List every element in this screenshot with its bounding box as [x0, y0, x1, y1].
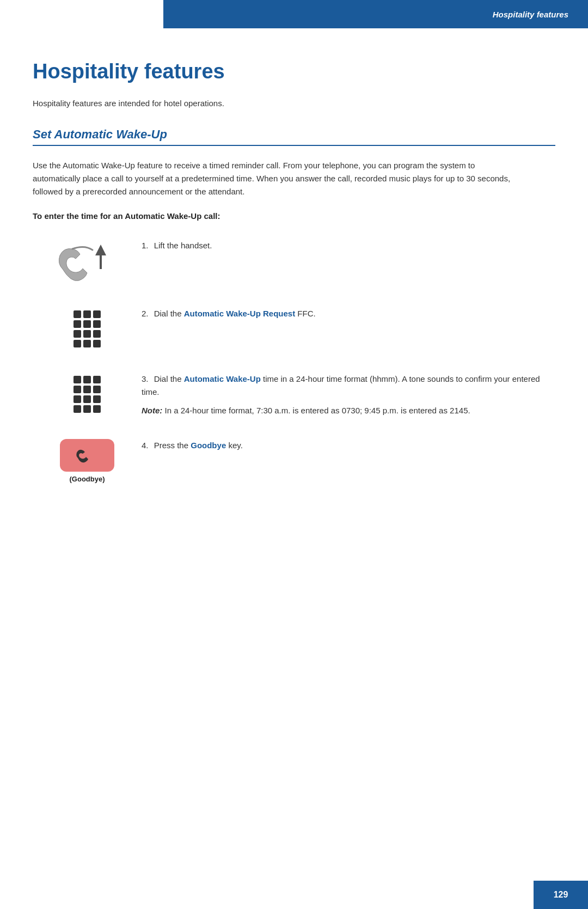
keypad-icon-2: [74, 310, 101, 347]
keypad-icon-3: [74, 376, 101, 413]
step-3-note: Note: In a 24-hour time format, 7:30 a.m…: [142, 404, 555, 417]
step-4-highlight: Goodbye: [191, 441, 226, 450]
page-number: 129: [554, 890, 568, 900]
bold-instruction: To enter the time for an Automatic Wake-…: [33, 211, 555, 221]
section-heading: Set Automatic Wake-Up: [33, 127, 555, 146]
step-2-number: 2.: [142, 309, 149, 318]
step-1-number: 1.: [142, 241, 149, 250]
note-label: Note:: [142, 406, 162, 415]
step-1-content: Lift the handset.: [154, 241, 212, 250]
step-4-text: 4. Press the Goodbye key.: [142, 437, 555, 452]
step-4-icon: (Goodbye): [33, 437, 142, 483]
intro-text: Hospitality features are intended for ho…: [33, 99, 555, 108]
step-2-text: 2. Dial the Automatic Wake-Up Request FF…: [142, 305, 555, 320]
goodbye-button-graphic: [60, 439, 114, 472]
step-1-text: 1. Lift the handset.: [142, 237, 555, 252]
step-3-prefix: Dial the: [154, 374, 184, 383]
step-3-icon: [33, 370, 142, 416]
goodbye-phone-icon: [74, 446, 101, 465]
page-content: Hospitality features Hospitality feature…: [0, 0, 588, 557]
step-4-suffix: key.: [226, 441, 243, 450]
step-4: (Goodbye) 4. Press the Goodbye key.: [33, 437, 555, 483]
step-4-number: 4.: [142, 441, 149, 450]
step-3-highlight: Automatic Wake-Up: [184, 374, 261, 383]
step-1-icon: [33, 237, 142, 285]
header-bar: Hospitality features: [163, 0, 588, 28]
page-title: Hospitality features: [33, 60, 555, 83]
step-2-suffix: FFC.: [295, 309, 316, 318]
header-title: Hospitality features: [493, 10, 568, 19]
step-3-number: 3.: [142, 374, 149, 383]
step-4-prefix: Press the: [154, 441, 191, 450]
goodbye-label: (Goodbye): [70, 475, 105, 483]
footer: 129: [534, 881, 588, 909]
step-2: 2. Dial the Automatic Wake-Up Request FF…: [33, 305, 555, 351]
step-3: 3. Dial the Automatic Wake-Up time in a …: [33, 370, 555, 417]
step-2-prefix: Dial the: [154, 309, 184, 318]
note-text: In a 24-hour time format, 7:30 a.m. is e…: [162, 406, 470, 415]
step-2-icon: [33, 305, 142, 351]
svg-marker-0: [95, 245, 106, 269]
step-2-highlight: Automatic Wake-Up Request: [184, 309, 295, 318]
handset-icon: [52, 239, 122, 285]
body-text: Use the Automatic Wake-Up feature to rec…: [33, 159, 523, 198]
steps-container: 1. Lift the handset. 2. Dial the Automat…: [33, 237, 555, 503]
step-3-text: 3. Dial the Automatic Wake-Up time in a …: [142, 370, 555, 417]
step-1: 1. Lift the handset.: [33, 237, 555, 285]
